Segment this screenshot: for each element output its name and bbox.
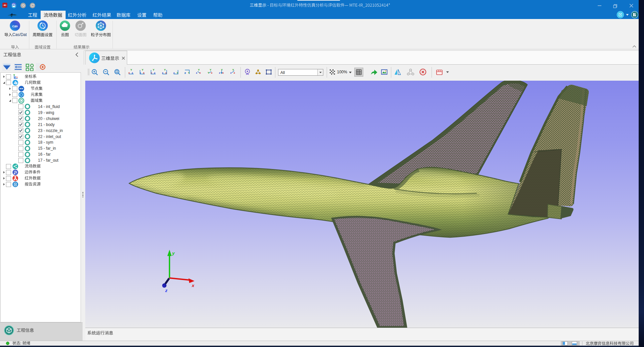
svg-text:y: y — [172, 251, 175, 256]
svg-text:x: x — [222, 71, 224, 74]
svg-text:cas: cas — [12, 24, 18, 28]
svg-text:Y: Y — [221, 68, 223, 71]
svg-text:z: z — [230, 71, 232, 74]
svg-text:Y: Y — [198, 68, 200, 71]
svg-text:Y: Y — [164, 68, 166, 71]
svg-text:x: x — [191, 283, 194, 288]
svg-text:Y: Y — [131, 68, 133, 71]
svg-text:Y: Y — [153, 68, 155, 71]
svg-text:x: x — [234, 71, 235, 74]
svg-text:z: z — [196, 71, 197, 74]
svg-text:Y: Y — [210, 68, 212, 71]
svg-text:Y: Y — [188, 71, 190, 74]
svg-text:Y: Y — [142, 68, 144, 71]
svg-text:z: z — [219, 71, 220, 74]
svg-text:x: x — [211, 71, 213, 74]
svg-text:z: z — [165, 288, 167, 293]
